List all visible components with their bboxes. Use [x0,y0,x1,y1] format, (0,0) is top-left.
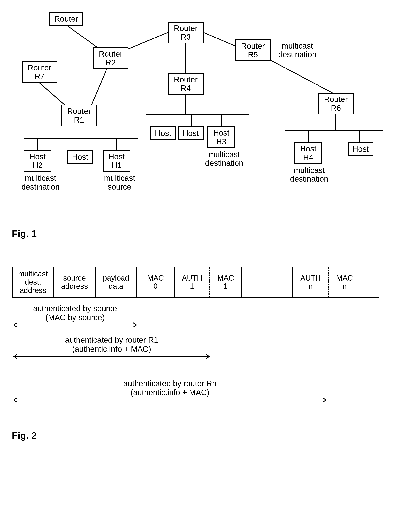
l2: address [61,282,88,291]
label-l2: H2 [32,161,42,170]
annot-l2: destination [205,159,243,167]
l2: (authentic.info + MAC) [72,345,151,353]
label-l1: Router [241,42,265,50]
label-l1: Router [67,107,91,115]
node-router-r6: Router R6 [318,93,354,115]
label-l1: Router [324,95,348,104]
cell-authn: AUTH n [293,268,329,297]
svg-line-1 [122,32,170,51]
label-l2: R3 [181,33,191,41]
l2: 1 [223,282,228,291]
double-arrow-icon [12,397,328,403]
l1: MAC [336,274,353,282]
label: Router [54,14,78,23]
annot-h3: multicast destination [202,150,247,167]
label-l1: Host [213,129,230,137]
node-router-r1: Router R1 [61,105,97,126]
l1: authenticated by source [33,304,117,313]
label: Host [183,129,199,138]
cell-source-address: source address [54,268,96,297]
cell-gap [242,268,293,297]
fig1-caption: Fig. 1 [12,228,396,239]
label-l1: Router [174,75,198,84]
node-host-h1: Host H1 [103,150,130,172]
label-l2: R1 [74,115,84,124]
node-router-r5: Router R5 [235,40,271,61]
l2: (MAC by source) [45,313,105,322]
l2: n [308,282,313,291]
annot-l1: multicast [104,174,135,182]
label-l2: R4 [181,84,191,93]
cell-auth1: AUTH 1 [175,268,210,297]
node-host-a: Host [150,126,176,140]
l2: 1 [190,282,194,291]
auth-arrows: authenticated by source (MAC by source) … [12,304,379,426]
annot-h4: multicast destination [287,166,332,183]
cell-macn: MAC n [329,268,360,297]
l1: source [63,274,86,282]
label: Host [352,145,369,153]
label-l1: Router [99,49,122,58]
label-l2: H4 [303,153,313,162]
packet-structure: multicast dest. address source address p… [12,267,379,298]
double-arrow-icon [12,322,138,328]
node-host-b: Host [178,126,204,140]
label-l2: R6 [331,104,341,112]
label: Host [72,153,88,161]
l1: MAC [147,274,164,282]
node-host-d: Host [67,150,93,164]
l2: (authentic.info + MAC) [130,388,209,397]
l1: AUTH [182,274,202,282]
l2: 0 [153,282,157,291]
label-l2: R5 [248,50,258,59]
l1: multicast [18,270,48,278]
l2: data [109,282,123,291]
l1: MAC [217,274,234,282]
l1: authenticated by router Rn [123,379,216,388]
label: Host [155,129,171,138]
l1: AUTH [300,274,321,282]
annot-h1: multicast source [97,174,142,191]
label-l2: H1 [111,161,121,170]
double-arrow-icon [12,353,212,360]
label-l1: Router [174,24,198,33]
l3: address [20,286,46,295]
svg-line-5 [91,69,107,106]
annot-h2: multicast destination [18,174,63,191]
label-l1: Host [109,152,125,161]
label-l1: Host [29,152,46,161]
annot-l2: source [108,182,131,191]
fig2-caption: Fig. 2 [12,430,396,441]
node-router-r7: Router R7 [22,61,57,83]
cell-mac1: MAC 1 [210,268,242,297]
label-l1: Host [300,144,316,153]
label-l2: R2 [105,58,116,67]
arrow-source: authenticated by source (MAC by source) [12,304,138,328]
node-router-r2: Router R2 [93,47,128,69]
annot-l1: multicast [25,174,56,182]
label-l2: R7 [34,72,44,81]
l1: payload [103,274,129,282]
node-host-h4: Host H4 [294,142,322,164]
cell-multicast-dest: multicast dest. address [13,268,54,297]
node-router-top: Router [49,12,83,26]
l1: authenticated by router R1 [65,336,158,344]
annot-l1: multicast [282,41,313,50]
label-l2: H3 [216,137,226,146]
node-host-h2: Host H2 [24,150,51,172]
annot-r5: multicast destination [275,41,320,59]
arrow-rn: authenticated by router Rn (authentic.in… [12,379,328,403]
node-router-r3: Router R3 [168,22,204,43]
annot-l2: destination [21,182,60,191]
svg-line-4 [269,59,336,95]
label-l1: Router [28,63,51,72]
l2: n [342,282,347,291]
annot-l1: multicast [209,150,240,159]
node-host-c: Host [348,142,374,156]
annot-l2: destination [278,50,316,59]
cell-payload: payload data [96,268,137,297]
cell-mac0: MAC 0 [137,268,175,297]
node-router-r4: Router R4 [168,73,204,95]
l2: dest. [25,278,41,286]
node-host-h3: Host H3 [207,126,235,148]
